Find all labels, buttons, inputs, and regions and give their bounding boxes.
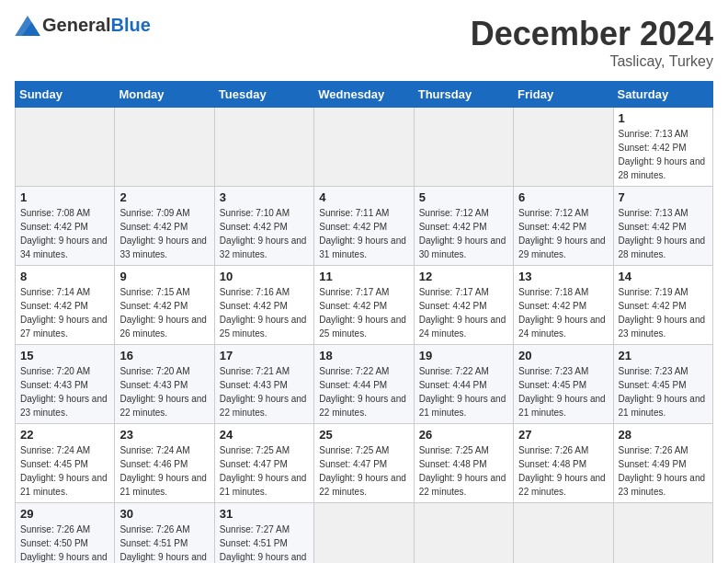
calendar-day-header: Tuesday <box>214 82 313 108</box>
calendar-cell: 25Sunrise: 7:25 AMSunset: 4:47 PMDayligh… <box>314 424 414 503</box>
day-number: 29 <box>20 507 109 521</box>
day-info: Sunrise: 7:20 AMSunset: 4:43 PMDaylight:… <box>20 364 109 419</box>
day-number: 19 <box>419 349 508 362</box>
calendar-week-row: 29Sunrise: 7:26 AMSunset: 4:50 PMDayligh… <box>16 503 713 564</box>
calendar-cell: 27Sunrise: 7:26 AMSunset: 4:48 PMDayligh… <box>514 424 613 503</box>
logo-general: General <box>42 15 110 36</box>
calendar-cell: 5Sunrise: 7:12 AMSunset: 4:42 PMDaylight… <box>414 187 513 266</box>
calendar-cell <box>314 108 414 187</box>
day-info: Sunrise: 7:22 AMSunset: 4:44 PMDaylight:… <box>419 364 508 419</box>
calendar-week-row: 8Sunrise: 7:14 AMSunset: 4:42 PMDaylight… <box>16 266 713 345</box>
day-info: Sunrise: 7:26 AMSunset: 4:51 PMDaylight:… <box>119 523 209 563</box>
day-info: Sunrise: 7:23 AMSunset: 4:45 PMDaylight:… <box>518 364 608 419</box>
calendar-day-header: Friday <box>514 82 613 108</box>
day-info: Sunrise: 7:18 AMSunset: 4:42 PMDaylight:… <box>518 285 608 340</box>
calendar-cell <box>314 503 414 564</box>
calendar-cell: 29Sunrise: 7:26 AMSunset: 4:50 PMDayligh… <box>16 503 115 564</box>
day-info: Sunrise: 7:25 AMSunset: 4:47 PMDaylight:… <box>319 443 408 499</box>
day-number: 30 <box>119 507 209 521</box>
day-info: Sunrise: 7:17 AMSunset: 4:42 PMDaylight:… <box>419 285 508 340</box>
calendar-cell: 6Sunrise: 7:12 AMSunset: 4:42 PMDaylight… <box>514 187 613 266</box>
calendar-cell <box>16 108 115 187</box>
calendar-cell <box>214 108 313 187</box>
calendar-cell: 4Sunrise: 7:11 AMSunset: 4:42 PMDaylight… <box>314 187 414 266</box>
calendar-cell: 15Sunrise: 7:20 AMSunset: 4:43 PMDayligh… <box>16 345 115 424</box>
day-info: Sunrise: 7:21 AMSunset: 4:43 PMDaylight:… <box>220 364 309 419</box>
day-number: 27 <box>518 428 608 442</box>
day-info: Sunrise: 7:26 AMSunset: 4:49 PMDaylight:… <box>619 443 708 499</box>
day-number: 15 <box>20 349 109 362</box>
calendar-cell: 2Sunrise: 7:09 AMSunset: 4:42 PMDaylight… <box>115 187 214 266</box>
day-info: Sunrise: 7:20 AMSunset: 4:43 PMDaylight:… <box>119 364 209 419</box>
calendar-cell <box>414 108 513 187</box>
day-info: Sunrise: 7:26 AMSunset: 4:50 PMDaylight:… <box>20 523 109 563</box>
day-info: Sunrise: 7:08 AMSunset: 4:42 PMDaylight:… <box>20 206 109 261</box>
day-info: Sunrise: 7:25 AMSunset: 4:48 PMDaylight:… <box>419 443 508 499</box>
day-info: Sunrise: 7:26 AMSunset: 4:48 PMDaylight:… <box>518 443 608 499</box>
day-number: 3 <box>220 190 309 204</box>
day-number: 24 <box>220 428 309 442</box>
logo-icon <box>15 16 40 36</box>
calendar-cell: 18Sunrise: 7:22 AMSunset: 4:44 PMDayligh… <box>314 345 414 424</box>
calendar-week-row: 1Sunrise: 7:13 AMSunset: 4:42 PMDaylight… <box>16 108 713 187</box>
calendar-cell: 30Sunrise: 7:26 AMSunset: 4:51 PMDayligh… <box>115 503 214 564</box>
calendar-cell: 3Sunrise: 7:10 AMSunset: 4:42 PMDaylight… <box>214 187 313 266</box>
calendar-day-header: Thursday <box>414 82 513 108</box>
day-info: Sunrise: 7:12 AMSunset: 4:42 PMDaylight:… <box>419 206 508 261</box>
calendar-cell: 20Sunrise: 7:23 AMSunset: 4:45 PMDayligh… <box>514 345 613 424</box>
day-info: Sunrise: 7:11 AMSunset: 4:42 PMDaylight:… <box>319 206 408 261</box>
day-number: 2 <box>119 190 209 204</box>
calendar-cell <box>514 503 613 564</box>
day-number: 31 <box>220 507 309 521</box>
calendar-cell: 16Sunrise: 7:20 AMSunset: 4:43 PMDayligh… <box>115 345 214 424</box>
day-number: 16 <box>119 349 209 362</box>
title-block: December 2024 Taslicay, Turkey <box>471 15 713 70</box>
calendar-day-header: Saturday <box>613 82 712 108</box>
day-number: 23 <box>119 428 209 442</box>
day-info: Sunrise: 7:24 AMSunset: 4:46 PMDaylight:… <box>119 443 209 499</box>
day-number: 13 <box>518 270 608 283</box>
day-info: Sunrise: 7:09 AMSunset: 4:42 PMDaylight:… <box>119 206 209 261</box>
day-info: Sunrise: 7:13 AMSunset: 4:42 PMDaylight:… <box>619 127 708 182</box>
calendar-week-row: 22Sunrise: 7:24 AMSunset: 4:45 PMDayligh… <box>16 424 713 503</box>
day-number: 26 <box>419 428 508 442</box>
page-header: GeneralBlue December 2024 Taslicay, Turk… <box>15 15 713 70</box>
day-info: Sunrise: 7:17 AMSunset: 4:42 PMDaylight:… <box>319 285 408 340</box>
calendar-cell: 11Sunrise: 7:17 AMSunset: 4:42 PMDayligh… <box>314 266 414 345</box>
calendar-cell: 31Sunrise: 7:27 AMSunset: 4:51 PMDayligh… <box>214 503 313 564</box>
day-number: 25 <box>319 428 408 442</box>
day-info: Sunrise: 7:12 AMSunset: 4:42 PMDaylight:… <box>518 206 608 261</box>
calendar-day-header: Sunday <box>16 82 115 108</box>
day-number: 1 <box>20 190 109 204</box>
calendar-day-header: Monday <box>115 82 214 108</box>
calendar-day-header: Wednesday <box>314 82 414 108</box>
calendar-cell: 19Sunrise: 7:22 AMSunset: 4:44 PMDayligh… <box>414 345 513 424</box>
calendar-cell: 17Sunrise: 7:21 AMSunset: 4:43 PMDayligh… <box>214 345 313 424</box>
day-number: 4 <box>319 190 408 204</box>
day-info: Sunrise: 7:19 AMSunset: 4:42 PMDaylight:… <box>619 285 708 340</box>
calendar-cell <box>115 108 214 187</box>
calendar-cell: 26Sunrise: 7:25 AMSunset: 4:48 PMDayligh… <box>414 424 513 503</box>
day-number: 5 <box>419 190 508 204</box>
calendar-cell <box>414 503 513 564</box>
day-number: 21 <box>619 349 708 362</box>
day-info: Sunrise: 7:13 AMSunset: 4:42 PMDaylight:… <box>619 206 708 261</box>
day-info: Sunrise: 7:15 AMSunset: 4:42 PMDaylight:… <box>119 285 209 340</box>
day-number: 18 <box>319 349 408 362</box>
calendar-week-row: 1Sunrise: 7:08 AMSunset: 4:42 PMDaylight… <box>16 187 713 266</box>
calendar-cell: 13Sunrise: 7:18 AMSunset: 4:42 PMDayligh… <box>514 266 613 345</box>
calendar-cell <box>514 108 613 187</box>
logo-blue: Blue <box>110 15 150 36</box>
calendar-cell: 1Sunrise: 7:08 AMSunset: 4:42 PMDaylight… <box>16 187 115 266</box>
day-info: Sunrise: 7:14 AMSunset: 4:42 PMDaylight:… <box>20 285 109 340</box>
calendar-cell: 8Sunrise: 7:14 AMSunset: 4:42 PMDaylight… <box>16 266 115 345</box>
day-number: 7 <box>619 190 708 204</box>
location: Taslicay, Turkey <box>471 53 713 70</box>
calendar-cell: 9Sunrise: 7:15 AMSunset: 4:42 PMDaylight… <box>115 266 214 345</box>
day-number: 1 <box>619 111 708 125</box>
day-number: 20 <box>518 349 608 362</box>
calendar-cell: 7Sunrise: 7:13 AMSunset: 4:42 PMDaylight… <box>613 187 712 266</box>
day-number: 22 <box>20 428 109 442</box>
day-number: 17 <box>220 349 309 362</box>
calendar-cell: 1Sunrise: 7:13 AMSunset: 4:42 PMDaylight… <box>613 108 712 187</box>
